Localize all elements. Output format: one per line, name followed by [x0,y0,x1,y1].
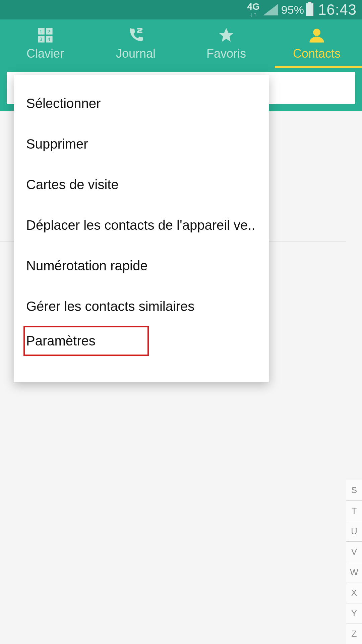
tab-bar: 1234 Clavier Journal Favoris Contacts [0,19,362,68]
tab-label: Favoris [206,47,246,61]
alpha-index-letter[interactable]: T [346,500,362,521]
keypad-icon: 1234 [37,26,54,44]
svg-text:3: 3 [40,36,42,42]
tab-contacts[interactable]: Contacts [272,19,362,68]
alpha-index[interactable]: ABCDEFGHIJKLMNOPQRSTUVWXYZ [346,111,362,644]
menu-item[interactable]: Numérotation rapide [14,246,269,286]
tab-journal[interactable]: Journal [90,19,181,68]
menu-item[interactable]: Gérer les contacts similaires [14,286,269,327]
person-icon [308,26,325,44]
overflow-menu: SélectionnerSupprimerCartes de visiteDép… [14,75,269,382]
menu-item[interactable]: Supprimer [14,124,269,164]
menu-item[interactable]: Sélectionner [14,83,269,124]
alpha-index-letter[interactable]: Z [346,624,362,644]
alpha-index-letter[interactable]: X [346,583,362,603]
alpha-index-letter[interactable]: U [346,521,362,541]
clock: 16:43 [318,1,357,18]
menu-item[interactable]: Paramètres [24,327,148,355]
tab-clavier[interactable]: 1234 Clavier [0,19,90,68]
star-icon [218,26,235,44]
tab-label: Contacts [293,47,341,61]
callog-icon [127,26,144,44]
svg-point-8 [313,29,320,36]
svg-text:1: 1 [40,29,42,34]
tab-label: Journal [116,47,156,61]
network-4g-icon: 4G↓↑ [247,2,259,17]
svg-text:2: 2 [48,29,50,34]
tab-label: Clavier [26,47,64,61]
alpha-index-letter[interactable]: S [346,480,362,500]
alpha-index-letter[interactable]: V [346,541,362,562]
alpha-index-letter[interactable]: W [346,562,362,582]
menu-item[interactable]: Déplacer les contacts de l'appareil ve.. [14,205,269,246]
svg-text:4: 4 [48,36,50,42]
signal-icon [263,4,278,15]
tab-favoris[interactable]: Favoris [181,19,272,68]
alpha-index-letter[interactable]: Y [346,603,362,624]
battery-icon [306,3,313,16]
menu-item[interactable]: Cartes de visite [14,164,269,205]
status-bar: 4G↓↑ 95% 16:43 [0,0,362,19]
battery-percent: 95% [281,3,304,16]
